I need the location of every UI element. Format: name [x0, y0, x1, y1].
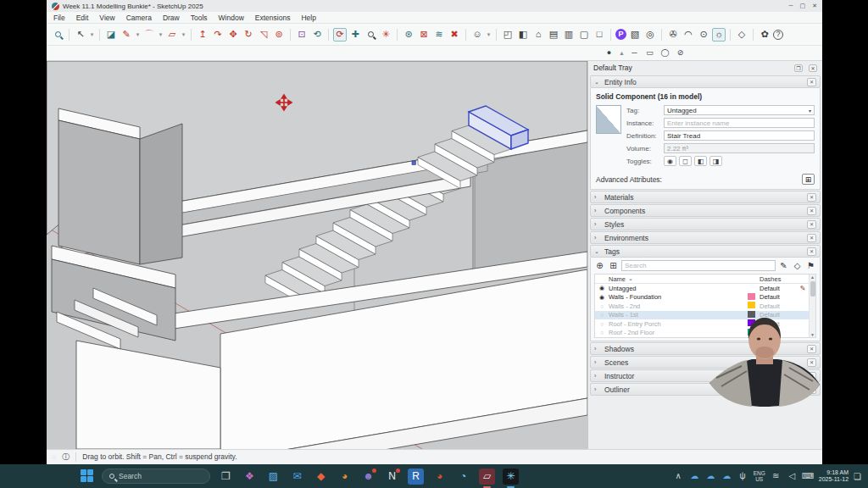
- taskbar-clock[interactable]: 9:18 AM 2025-11-12: [819, 469, 849, 483]
- photos-icon[interactable]: ❖: [242, 469, 258, 485]
- zoom-window-tool-icon[interactable]: ⊡: [295, 28, 309, 42]
- zoom-extents-tool-icon[interactable]: ✳: [379, 28, 392, 42]
- account-icon[interactable]: ☻: [360, 469, 376, 485]
- tray-close-icon[interactable]: ✕: [809, 64, 817, 72]
- close-icon[interactable]: ✕: [807, 345, 816, 353]
- section-scenes[interactable]: › Scenes ✕: [590, 356, 821, 369]
- tags-scrollbar[interactable]: ▲ ▼: [809, 274, 815, 337]
- tag-dropdown[interactable]: Untagged ▾: [664, 105, 815, 115]
- onedrive-cloud-3-icon[interactable]: ☁: [721, 470, 732, 482]
- classifier-dropdown-icon[interactable]: ▾: [486, 28, 492, 42]
- onedrive-cloud-2-icon[interactable]: ☁: [705, 470, 716, 482]
- visible-toggle-icon[interactable]: ◉: [664, 156, 676, 166]
- scroll-up-icon[interactable]: ▲: [810, 274, 815, 280]
- hidden-line-mode-icon[interactable]: ▭: [644, 47, 655, 58]
- tags-search-input[interactable]: [622, 261, 775, 270]
- orbit-tool-icon[interactable]: ⟳: [333, 28, 347, 42]
- tag-row-walls-1st[interactable]: ○ Walls - 1st Default: [595, 311, 815, 320]
- section-outliner[interactable]: › Outliner ✕: [590, 383, 821, 396]
- visibility-eye-icon[interactable]: ○: [595, 303, 609, 309]
- arch-wall-icon[interactable]: ◧: [516, 28, 530, 42]
- move-tool-icon[interactable]: ✥: [226, 28, 240, 42]
- arch-cabinet-icon[interactable]: ▥: [562, 28, 576, 42]
- outlook-icon[interactable]: ✉: [289, 469, 305, 485]
- menu-camera[interactable]: Camera: [126, 14, 152, 22]
- speaker-icon[interactable]: ◁: [787, 470, 798, 482]
- lightbulb-icon[interactable]: ☼: [712, 28, 726, 42]
- menu-help[interactable]: Help: [301, 14, 315, 22]
- maximize-button[interactable]: ▢: [800, 3, 806, 9]
- component-cube-icon[interactable]: ▧: [628, 28, 642, 42]
- add-tag-folder-icon[interactable]: ⊞: [608, 260, 619, 271]
- arch-window-icon[interactable]: ▤: [547, 28, 560, 42]
- task-view-icon[interactable]: ❐: [218, 469, 234, 485]
- menu-edit[interactable]: Edit: [76, 14, 89, 22]
- pushpull-tool-icon[interactable]: ↥: [196, 28, 209, 42]
- section-plane-tool-icon[interactable]: ✖: [448, 28, 461, 42]
- model-viewport[interactable]: [47, 61, 587, 449]
- eraser-tool-icon[interactable]: ◪: [104, 28, 118, 42]
- search-tool-icon[interactable]: [51, 28, 64, 42]
- close-icon[interactable]: ✕: [807, 247, 816, 256]
- close-icon[interactable]: ✕: [807, 234, 816, 242]
- red-pie-app-icon[interactable]: ◕: [431, 469, 448, 485]
- select-tool-icon[interactable]: ↖: [74, 28, 87, 42]
- arc-tool-icon[interactable]: ⌒: [142, 28, 156, 42]
- tag-color-swatch[interactable]: [748, 329, 755, 336]
- help-icon[interactable]: ?: [773, 30, 783, 40]
- section-components[interactable]: › Components ✕: [590, 204, 821, 217]
- menu-draw[interactable]: Draw: [163, 14, 180, 22]
- minimize-button[interactable]: ─: [789, 3, 793, 9]
- tray-pin-icon[interactable]: ❐: [794, 64, 803, 72]
- menu-extensions[interactable]: Extensions: [255, 14, 291, 22]
- tag-color-swatch[interactable]: [748, 302, 755, 308]
- section-shadows[interactable]: › Shadows ✕: [590, 342, 821, 355]
- info-icon[interactable]: ⓘ: [62, 452, 70, 463]
- close-button[interactable]: ✕: [812, 3, 817, 9]
- classifier-person-icon[interactable]: ☺: [470, 28, 484, 42]
- menu-file[interactable]: File: [53, 14, 65, 22]
- offset-tool-icon[interactable]: ⊚: [272, 28, 286, 42]
- pen-input-icon[interactable]: ⌨: [803, 470, 814, 482]
- geolocation-icon[interactable]: ◌: [52, 452, 56, 461]
- swirl-app-icon[interactable]: ◔: [455, 469, 471, 485]
- cast-shadows-toggle-icon[interactable]: ◧: [694, 156, 707, 166]
- add-tag-icon[interactable]: ⊕: [594, 260, 605, 271]
- close-icon[interactable]: ✕: [807, 207, 816, 215]
- section-materials[interactable]: › Materials ✕: [590, 191, 821, 203]
- scroll-down-icon[interactable]: ▼: [810, 332, 815, 337]
- monochrome-mode-icon[interactable]: ⊘: [675, 47, 686, 58]
- edit-pencil-icon[interactable]: ✎: [778, 260, 789, 271]
- tag-row-untagged[interactable]: ◉ Untagged Default ✎: [595, 284, 815, 293]
- close-icon[interactable]: ✕: [807, 385, 816, 394]
- menu-tools[interactable]: Tools: [191, 14, 208, 22]
- close-icon[interactable]: ✕: [807, 372, 816, 380]
- lock-toggle-icon[interactable]: ◻: [679, 156, 692, 166]
- tag-label-icon[interactable]: ◇: [792, 260, 803, 271]
- visibility-eye-icon[interactable]: ○: [595, 312, 609, 318]
- menu-window[interactable]: Window: [219, 14, 244, 22]
- notifications-icon[interactable]: ❏: [854, 472, 861, 481]
- visibility-eye-icon[interactable]: ○: [595, 321, 609, 327]
- r-app-icon[interactable]: R: [408, 469, 424, 485]
- look-around-tool-icon[interactable]: ⊠: [417, 28, 431, 42]
- menu-view[interactable]: View: [99, 14, 114, 22]
- brave-icon[interactable]: ◆: [313, 469, 329, 485]
- rectangle-dropdown-icon[interactable]: ▾: [181, 28, 186, 42]
- close-icon[interactable]: ✕: [807, 78, 816, 86]
- visibility-eye-icon[interactable]: ◉: [595, 294, 609, 301]
- section-styles[interactable]: › Styles ✕: [590, 218, 821, 230]
- onedrive-cloud-1-icon[interactable]: ☁: [689, 470, 700, 482]
- wifi-icon[interactable]: ≋: [771, 470, 782, 482]
- wireframe-mode-icon[interactable]: ─: [629, 47, 640, 58]
- column-name[interactable]: Name: [609, 275, 626, 283]
- tag-row-walls-foundation[interactable]: ◉ Walls - Foundation Default: [595, 293, 815, 302]
- sketchup-icon[interactable]: ▱: [479, 469, 495, 485]
- arch-sheet-icon[interactable]: ▢: [577, 28, 591, 42]
- video-camera-icon[interactable]: ✇: [666, 28, 680, 42]
- close-icon[interactable]: ✕: [807, 358, 816, 367]
- select-dropdown-icon[interactable]: ▾: [89, 28, 95, 42]
- tag-row-roof-2nd-floor[interactable]: ○ Roof - 2nd Floor Default: [595, 329, 815, 338]
- scrollbar-thumb[interactable]: [810, 281, 815, 297]
- turntable-icon[interactable]: ◠: [682, 28, 695, 42]
